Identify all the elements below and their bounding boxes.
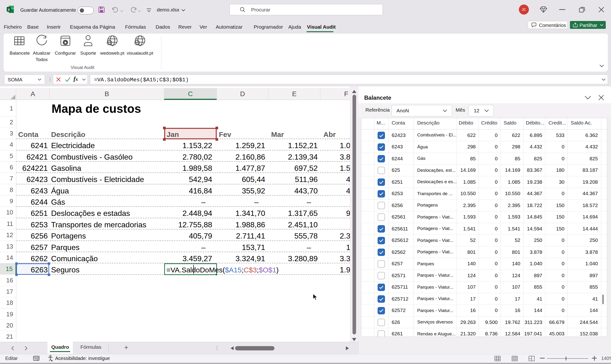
svg-text:X: X [8, 8, 10, 12]
